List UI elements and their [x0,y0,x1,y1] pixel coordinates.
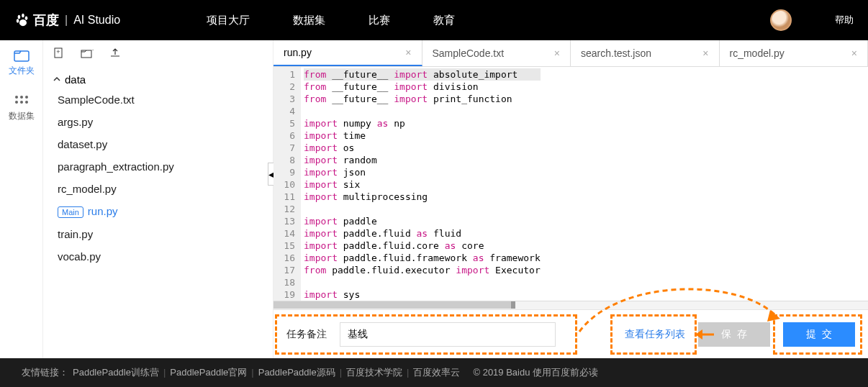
file-item[interactable]: SampleCode.txt [53,88,263,111]
tab-label: rc_model.py [730,47,785,59]
baidu-paw-icon [14,12,30,28]
tab-close-icon[interactable]: × [851,47,857,59]
svg-point-0 [18,15,21,19]
editor-tab[interactable]: rc_model.py× [720,40,869,66]
svg-point-1 [22,14,24,18]
svg-point-8 [15,101,18,104]
file-item[interactable]: paragraph_extraction.py [53,155,263,178]
folder-data[interactable]: data [53,70,263,88]
nav-datasets[interactable]: 数据集 [293,14,325,27]
footer-link[interactable]: PaddlePaddle官网 [170,367,247,378]
logo[interactable]: 百度 | AI Studio [14,12,120,29]
avatar[interactable] [770,9,792,31]
sidebar-files[interactable]: 文件夹 [0,40,42,86]
tab-label: run.py [284,47,312,58]
file-tree: data SampleCode.txtargs.pydataset.pypara… [43,66,273,272]
logo-studio-text: AI Studio [73,14,120,27]
editor-tab[interactable]: run.py× [273,40,422,66]
task-note-input[interactable] [340,322,556,347]
tab-close-icon[interactable]: × [554,47,560,59]
nav-lobby[interactable]: 项目大厅 [207,14,250,27]
submit-button[interactable]: 提交 [783,322,855,347]
file-item[interactable]: rc_model.py [53,178,263,200]
svg-point-3 [17,19,19,23]
svg-point-9 [20,101,23,104]
svg-text:+: + [56,48,60,55]
top-nav: 百度 | AI Studio 项目大厅 数据集 比赛 教育 帮助 [0,0,868,40]
nav-links: 项目大厅 数据集 比赛 教育 [207,14,455,27]
grid-icon [14,94,30,107]
footer-link[interactable]: 百度效率云 [413,367,460,378]
footer-link[interactable]: PaddlePaddle源码 [258,367,335,378]
svg-point-2 [25,17,28,21]
file-panel: + + data SampleCode.txtargs.pydataset.py… [43,40,273,358]
save-button[interactable]: 保存 [698,322,770,347]
footer-copyright: © 2019 Baidu 使用百度前必读 [473,366,598,379]
svg-point-10 [25,101,28,104]
tab-close-icon[interactable]: × [702,47,708,59]
file-item[interactable]: args.py [53,111,263,133]
svg-rect-4 [14,51,29,61]
logo-baidu-text: 百度 [33,12,59,29]
footer-prefix: 友情链接： [22,366,68,379]
h-scroll-mark [511,301,515,309]
footer-link[interactable]: 百度技术学院 [346,367,402,378]
editor-tabs: run.py×SampleCode.txt×search.test.json×r… [273,40,868,67]
folder-label: data [65,73,86,86]
file-item[interactable]: dataset.py [53,133,263,155]
sidebar-dataset[interactable]: 数据集 [0,86,42,131]
chevron-down-icon [53,76,60,83]
main-badge: Main [58,206,83,218]
file-item[interactable]: Mainrun.py [53,200,263,223]
editor-area: ◀ run.py×SampleCode.txt×search.test.json… [273,40,868,358]
nav-help[interactable]: 帮助 [835,14,854,27]
task-note-label: 任务备注 [286,328,327,341]
nav-edu[interactable]: 教育 [433,14,455,27]
footer-link[interactable]: PaddlePaddle训练营 [73,367,159,378]
tab-close-icon[interactable]: × [405,47,411,58]
view-task-list-link[interactable]: 查看任务列表 [625,328,685,341]
file-item[interactable]: vocab.py [53,245,263,268]
footer: 友情链接： PaddlePaddle训练营|PaddlePaddle官网|Pad… [0,358,868,387]
editor-tab[interactable]: SampleCode.txt× [422,40,571,66]
editor-tab[interactable]: search.test.json× [571,40,720,66]
tab-label: SampleCode.txt [433,47,505,59]
nav-contests[interactable]: 比赛 [369,14,390,27]
svg-point-6 [20,96,23,99]
h-scrollbar[interactable] [273,301,868,309]
submit-bar: 任务备注 查看任务列表 保存 提交 [273,309,868,358]
file-toolbar: + + [43,40,273,66]
new-file-icon[interactable]: + [53,47,65,59]
code-lines: from __future__ import absolute_importfr… [301,67,543,301]
svg-point-5 [15,96,18,99]
logo-separator: | [65,14,68,27]
file-item[interactable]: train.py [53,223,263,245]
code-viewport[interactable]: 123456789101112131415161718192021222324 … [273,67,868,301]
h-scroll-thumb[interactable] [273,301,511,309]
svg-point-7 [25,96,28,99]
sidebar-files-label: 文件夹 [9,65,35,76]
svg-text:+: + [92,47,94,54]
collapse-handle[interactable]: ◀ [268,163,273,186]
upload-icon[interactable] [109,47,121,59]
tab-label: search.test.json [581,47,651,59]
new-folder-icon[interactable]: + [81,47,94,59]
left-sidebar: 文件夹 数据集 [0,40,43,358]
folder-icon [14,49,30,62]
line-gutter: 123456789101112131415161718192021222324 [273,67,301,301]
sidebar-dataset-label: 数据集 [9,111,35,121]
